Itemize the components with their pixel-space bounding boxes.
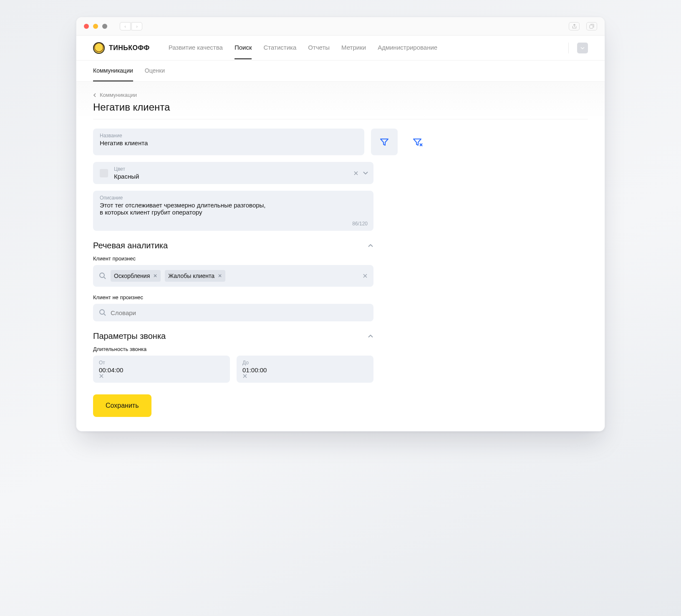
clear-icon[interactable] — [353, 171, 358, 176]
duration-label: Длительность звонка — [93, 346, 588, 352]
chip-remove-icon[interactable]: ✕ — [218, 273, 222, 279]
spoke-label: Клиент произнес — [93, 255, 588, 262]
chevron-up-icon — [368, 334, 373, 338]
svg-point-2 — [100, 310, 104, 314]
window-zoom-dot[interactable] — [102, 24, 107, 29]
not-spoke-input[interactable] — [111, 309, 368, 316]
nav-back-button[interactable]: ‹ — [120, 22, 131, 30]
search-icon — [99, 272, 106, 280]
nav-reports[interactable]: Отчеты — [308, 36, 330, 59]
window-close-dot[interactable] — [84, 24, 89, 29]
spoke-chip-field[interactable]: Оскорбления ✕ Жалобы клиента ✕ — [93, 265, 373, 287]
clear-icon[interactable] — [99, 374, 224, 379]
name-field[interactable]: Название Негатив клиента — [93, 129, 364, 155]
call-params-title: Параметры звонка — [93, 331, 166, 341]
nav-metrics[interactable]: Метрики — [341, 36, 366, 59]
description-counter: 86/120 — [352, 221, 368, 227]
description-field[interactable]: Описание Этот тег отслеживает чрезмерно … — [93, 191, 373, 231]
call-params-section[interactable]: Параметры звонка — [93, 331, 373, 341]
duration-to-value: 01:00:00 — [242, 366, 368, 374]
duration-to-label: До — [242, 360, 368, 366]
speech-analytics-section[interactable]: Речевая аналитика — [93, 241, 373, 250]
nav-forward-button[interactable]: › — [131, 22, 142, 30]
topbar: ТИНЬКОФФ Развитие качества Поиск Статист… — [76, 35, 605, 61]
divider — [93, 119, 588, 119]
chip-label: Жалобы клиента — [168, 273, 214, 279]
description-field-value-line1: Этот тег отслеживает чрезмерно длительны… — [100, 202, 367, 209]
svg-point-1 — [100, 273, 104, 278]
tabs-icon[interactable] — [586, 22, 597, 30]
filter-icon — [379, 137, 389, 147]
description-field-label: Описание — [100, 195, 367, 201]
chip-remove-icon[interactable]: ✕ — [153, 273, 157, 279]
duration-from-label: От — [99, 360, 224, 366]
app-window: ‹ › ТИНЬКОФФ Развитие качества Поиск Ста… — [76, 17, 605, 432]
save-button[interactable]: Сохранить — [93, 394, 151, 417]
nav-search[interactable]: Поиск — [235, 36, 252, 59]
duration-from-field[interactable]: От 00:04:00 — [93, 356, 230, 383]
share-icon[interactable] — [569, 22, 580, 30]
macos-titlebar: ‹ › — [76, 17, 605, 35]
clear-icon[interactable] — [242, 374, 368, 379]
nav-quality[interactable]: Развитие качества — [169, 36, 223, 59]
name-field-label: Название — [100, 133, 358, 139]
main-nav: Развитие качества Поиск Статистика Отчет… — [169, 36, 560, 59]
filter-clear-icon — [412, 137, 423, 147]
subnav-communications[interactable]: Коммуникации — [93, 61, 133, 81]
description-field-value-line2: в которых клиент грубит оператору — [100, 209, 367, 216]
not-spoke-label: Клиент не произнес — [93, 294, 588, 300]
nav-statistics[interactable]: Статистика — [263, 36, 296, 59]
user-menu-button[interactable] — [577, 43, 588, 53]
nav-admin[interactable]: Администрирование — [378, 36, 437, 59]
window-minimize-dot[interactable] — [93, 24, 98, 29]
color-field[interactable]: Цвет Красный — [93, 162, 373, 184]
breadcrumb[interactable]: Коммуникации — [93, 92, 588, 98]
color-field-value: Красный — [114, 173, 139, 180]
subnav-grades[interactable]: Оценки — [145, 61, 165, 81]
color-swatch — [100, 169, 108, 177]
chevron-left-icon — [93, 93, 96, 98]
duration-to-field[interactable]: До 01:00:00 — [237, 356, 373, 383]
page-body: Коммуникации Негатив клиента Название Не… — [76, 82, 605, 431]
search-icon — [99, 309, 106, 316]
filter-button[interactable] — [371, 129, 398, 155]
chevron-down-icon[interactable] — [363, 171, 368, 175]
filter-clear-button[interactable] — [404, 129, 431, 155]
brand: ТИНЬКОФФ — [93, 42, 150, 54]
color-field-label: Цвет — [114, 166, 139, 172]
duration-from-value: 00:04:00 — [99, 366, 224, 374]
not-spoke-field[interactable] — [93, 304, 373, 321]
clear-icon[interactable] — [363, 273, 368, 278]
breadcrumb-label: Коммуникации — [100, 92, 137, 98]
svg-rect-0 — [590, 25, 593, 28]
page-title: Негатив клиента — [93, 101, 588, 113]
sub-nav: Коммуникации Оценки — [76, 61, 605, 82]
browser-nav-buttons: ‹ › — [120, 22, 142, 30]
speech-analytics-title: Речевая аналитика — [93, 241, 168, 250]
chip-complaints[interactable]: Жалобы клиента ✕ — [165, 270, 225, 282]
brand-logo-icon — [93, 42, 105, 54]
chip-label: Оскорбления — [114, 273, 150, 279]
chip-insults[interactable]: Оскорбления ✕ — [111, 270, 161, 282]
brand-name: ТИНЬКОФФ — [109, 44, 150, 52]
chevron-up-icon — [368, 244, 373, 248]
divider — [568, 43, 569, 53]
name-field-value: Негатив клиента — [100, 139, 358, 146]
